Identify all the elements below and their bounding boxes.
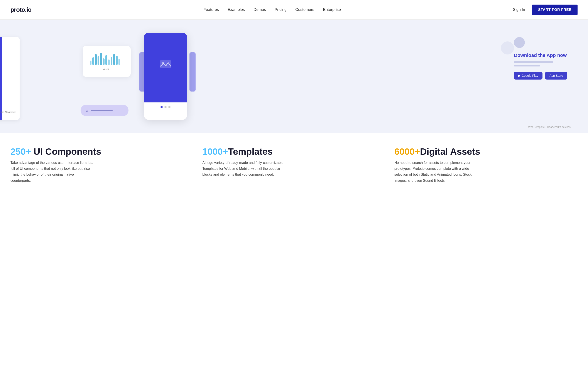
phone-dots bbox=[144, 102, 187, 112]
download-line-1 bbox=[514, 61, 553, 63]
search-line bbox=[91, 110, 113, 111]
stat-desc-1: Take advantage of the various user inter… bbox=[10, 160, 93, 184]
google-play-button[interactable]: ▶ Google Play bbox=[514, 72, 542, 80]
download-title: Download the App now bbox=[514, 52, 575, 59]
bg-circle-1 bbox=[501, 42, 514, 54]
nav-item-enterprise[interactable]: Enterprise bbox=[323, 8, 341, 12]
bar-9 bbox=[111, 57, 112, 65]
bar-2 bbox=[92, 57, 94, 65]
nav-item-demos[interactable]: Demos bbox=[253, 8, 266, 12]
stat-number-3: 6000+ bbox=[395, 146, 420, 157]
stat-templates: 1000+Templates A huge variety of ready-m… bbox=[202, 147, 386, 184]
download-circle-decoration bbox=[514, 37, 525, 48]
hero-section: › Kit - Side Navigation Audio ♥ ⌕ bbox=[0, 20, 588, 133]
audio-bars bbox=[90, 52, 124, 65]
nav-item-pricing[interactable]: Pricing bbox=[275, 8, 287, 12]
bar-4 bbox=[97, 56, 99, 65]
stats-section: 250+ UI Components Take advantage of the… bbox=[0, 133, 588, 197]
stat-text-1: UI Components bbox=[31, 146, 101, 157]
side-nav-inner: › bbox=[0, 37, 2, 120]
audio-card: Audio bbox=[83, 46, 131, 77]
stat-digital-assets: 6000+Digital Assets No need to search fo… bbox=[395, 147, 578, 184]
nav-item-customers[interactable]: Customers bbox=[295, 8, 314, 12]
search-icon: ⌕ bbox=[86, 108, 88, 113]
stat-text-3: Digital Assets bbox=[420, 146, 480, 157]
stat-ui-components: 250+ UI Components Take advantage of the… bbox=[10, 147, 193, 184]
stat-number-1: 250+ bbox=[10, 146, 31, 157]
bar-3 bbox=[95, 54, 97, 65]
start-free-button[interactable]: START FOR FREE bbox=[532, 5, 578, 15]
dot-2 bbox=[164, 106, 167, 108]
phone-screen bbox=[144, 33, 187, 102]
bar-7 bbox=[105, 55, 107, 65]
nav-links: Features Examples Demos Pricing Customer… bbox=[203, 8, 341, 12]
stat-heading-3: 6000+Digital Assets bbox=[395, 147, 578, 156]
stat-text-2: Templates bbox=[228, 146, 273, 157]
bar-5 bbox=[100, 53, 102, 65]
sign-in-link[interactable]: Sign In bbox=[513, 8, 525, 12]
stat-heading-2: 1000+Templates bbox=[202, 147, 386, 156]
side-nav-label: Kit - Side Navigation bbox=[0, 111, 16, 113]
bar-6 bbox=[103, 58, 105, 65]
app-store-button[interactable]: App Store bbox=[545, 72, 567, 80]
nav-item-features[interactable]: Features bbox=[203, 8, 219, 12]
dot-3 bbox=[168, 106, 170, 108]
stat-desc-2: A huge variety of ready-made and fully-c… bbox=[202, 160, 285, 178]
stat-desc-3: No need to search for assets to compleme… bbox=[395, 160, 477, 184]
download-card: Download the App now ▶ Google Play App S… bbox=[514, 37, 575, 80]
side-nav-card: › Kit - Side Navigation bbox=[0, 37, 20, 120]
stat-number-2: 1000+ bbox=[202, 146, 228, 157]
image-icon bbox=[159, 58, 172, 74]
download-buttons: ▶ Google Play App Store bbox=[514, 72, 575, 80]
bar-8 bbox=[108, 59, 110, 65]
logo[interactable]: proto.io bbox=[10, 6, 31, 13]
bar-10 bbox=[113, 54, 115, 65]
nav-item-examples[interactable]: Examples bbox=[228, 8, 245, 12]
web-template-label: Web Template - Header with devices bbox=[528, 125, 571, 129]
phone-side-right bbox=[189, 52, 196, 92]
bar-1 bbox=[90, 61, 91, 65]
audio-label: Audio bbox=[90, 67, 124, 71]
stat-heading-1: 250+ UI Components bbox=[10, 147, 193, 156]
bar-12 bbox=[119, 59, 120, 65]
nav-right: Sign In START FOR FREE bbox=[513, 5, 578, 15]
dot-1 bbox=[161, 106, 163, 108]
download-line-2 bbox=[514, 65, 540, 67]
bar-11 bbox=[116, 56, 118, 65]
phone-mockup: Onboarding Tour bbox=[144, 33, 187, 120]
navbar: proto.io Features Examples Demos Pricing… bbox=[0, 0, 588, 20]
search-card: ⌕ bbox=[81, 105, 129, 116]
